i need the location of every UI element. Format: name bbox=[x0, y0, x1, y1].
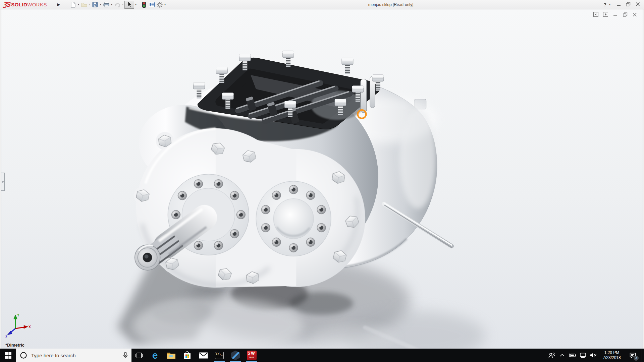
panel-right-icon bbox=[603, 12, 608, 17]
menu-flyout-arrow-icon[interactable]: ▶ bbox=[55, 1, 62, 8]
volume-status[interactable] bbox=[590, 350, 597, 360]
edge-icon: e bbox=[152, 350, 158, 360]
restore-button[interactable] bbox=[626, 2, 631, 8]
search-input[interactable] bbox=[31, 352, 120, 359]
taskbar-app-file-explorer[interactable] bbox=[163, 349, 179, 362]
minimize-icon bbox=[616, 2, 621, 6]
task-view-icon bbox=[136, 353, 143, 358]
document-window-controls bbox=[593, 12, 637, 17]
ds-logo-mark: ƷS bbox=[3, 1, 11, 8]
help-button[interactable]: ? bbox=[603, 2, 606, 7]
battery-charging-icon bbox=[569, 353, 576, 358]
taskbar-app-solidworks[interactable]: SW 2017 bbox=[244, 349, 260, 362]
people-button[interactable] bbox=[548, 350, 555, 360]
traffic-light-icon bbox=[142, 2, 146, 8]
windows-taskbar: e C:\_ SW 2017 bbox=[0, 349, 644, 362]
clock-time: 1:20 PM bbox=[601, 350, 623, 355]
display-pane-icon bbox=[149, 2, 155, 7]
print-caret[interactable]: ▾ bbox=[110, 3, 113, 6]
show-desktop-button[interactable] bbox=[642, 349, 644, 362]
windows-logo-icon bbox=[5, 352, 11, 359]
hexagon-app-icon bbox=[231, 351, 240, 360]
doc-minimize-button[interactable] bbox=[613, 12, 618, 17]
view-orientation-label: *Dimetric bbox=[5, 343, 24, 348]
ethernet-icon bbox=[580, 353, 586, 358]
taskbar-search-box[interactable] bbox=[16, 349, 131, 362]
system-tray: 1:20 PM 7/23/2018 3 bbox=[548, 349, 644, 362]
taskbar-app-edge[interactable]: e bbox=[147, 349, 163, 362]
x-axis-arrow bbox=[24, 325, 28, 329]
new-document-icon bbox=[70, 2, 76, 8]
gear-icon bbox=[157, 2, 163, 8]
brand-works: WORKS bbox=[27, 2, 47, 7]
sw-letters: SW bbox=[247, 351, 257, 356]
window-controls: ? ▾ bbox=[603, 0, 640, 9]
clock-date: 7/23/2018 bbox=[601, 355, 623, 360]
solidworks-2017-icon: SW 2017 bbox=[247, 351, 257, 360]
cortana-icon bbox=[20, 352, 27, 359]
orientation-triad[interactable]: Y X Z bbox=[5, 312, 32, 339]
select-tool-button-active[interactable] bbox=[124, 1, 134, 9]
rebuild-traffic-light-button[interactable] bbox=[140, 1, 148, 8]
volume-muted-icon bbox=[590, 353, 597, 358]
print-button[interactable] bbox=[102, 1, 110, 8]
action-center-button[interactable]: 3 bbox=[627, 349, 639, 362]
task-view-button[interactable] bbox=[131, 349, 147, 362]
start-button[interactable] bbox=[0, 349, 16, 362]
options-caret[interactable]: ▾ bbox=[163, 3, 167, 6]
notification-badge: 3 bbox=[634, 356, 639, 361]
panel-tab-grip-icon bbox=[2, 181, 4, 183]
doc-restore-icon bbox=[623, 12, 628, 17]
doc-close-button[interactable] bbox=[632, 12, 637, 17]
taskbar-app-store[interactable] bbox=[179, 349, 195, 362]
solidworks-logo: ƷS SOLIDWORKS bbox=[3, 0, 50, 9]
titlebar: ƷS SOLIDWORKS ▶ ▾ ▾ ▾ ▾ ▾ ▾ bbox=[0, 0, 644, 9]
microphone-icon[interactable] bbox=[123, 352, 128, 359]
minimize-button[interactable] bbox=[616, 2, 621, 8]
collapse-panel-left-button[interactable] bbox=[593, 12, 598, 17]
undo-caret[interactable]: ▾ bbox=[121, 3, 124, 6]
sw-year: 2017 bbox=[247, 356, 257, 359]
document-title: menjac sklop [Read-only] bbox=[368, 2, 414, 7]
options-button[interactable] bbox=[156, 1, 163, 8]
save-caret[interactable]: ▾ bbox=[99, 3, 102, 6]
doc-restore-button[interactable] bbox=[623, 12, 628, 17]
z-axis-label: Z bbox=[5, 335, 7, 339]
save-floppy-icon bbox=[92, 2, 98, 7]
taskbar-app-hexagon[interactable] bbox=[227, 349, 244, 362]
help-caret[interactable]: ▾ bbox=[608, 3, 611, 6]
close-button[interactable] bbox=[636, 2, 640, 8]
brand-solid: SOLID bbox=[11, 2, 27, 7]
bearing-boss bbox=[256, 181, 331, 256]
new-caret[interactable]: ▾ bbox=[77, 3, 80, 6]
expand-panel-right-button[interactable] bbox=[603, 12, 608, 17]
hidden-icons-button[interactable] bbox=[558, 350, 566, 360]
x-axis-label: X bbox=[29, 325, 31, 329]
people-icon bbox=[548, 352, 555, 358]
feature-panel-collapsed-tab[interactable] bbox=[1, 173, 5, 191]
save-button[interactable] bbox=[91, 1, 99, 8]
y-axis-arrow bbox=[14, 315, 17, 319]
panel-left-icon bbox=[593, 12, 598, 17]
new-document-button[interactable] bbox=[69, 1, 77, 8]
close-icon bbox=[636, 2, 640, 6]
network-status[interactable] bbox=[579, 350, 587, 360]
select-caret[interactable]: ▾ bbox=[134, 3, 138, 6]
undo-button[interactable] bbox=[113, 1, 121, 8]
3d-model-gearbox[interactable] bbox=[1, 9, 643, 349]
taskbar-app-command-prompt[interactable]: C:\_ bbox=[211, 349, 227, 362]
select-cursor-icon bbox=[127, 2, 132, 7]
taskbar-app-mail[interactable] bbox=[195, 349, 211, 362]
display-pane-button[interactable] bbox=[148, 1, 156, 8]
taskbar-clock[interactable]: 1:20 PM 7/23/2018 bbox=[601, 350, 623, 360]
graphics-viewport[interactable]: Y X Z *Dimetric bbox=[1, 9, 643, 349]
battery-status[interactable] bbox=[569, 350, 576, 360]
open-button[interactable] bbox=[80, 1, 88, 8]
open-caret[interactable]: ▾ bbox=[88, 3, 91, 6]
doc-close-icon bbox=[633, 12, 637, 17]
file-explorer-icon bbox=[166, 352, 176, 359]
restore-icon bbox=[626, 2, 631, 6]
doc-minimize-icon bbox=[613, 12, 618, 17]
print-icon bbox=[103, 2, 109, 7]
chevron-up-icon bbox=[560, 354, 565, 357]
